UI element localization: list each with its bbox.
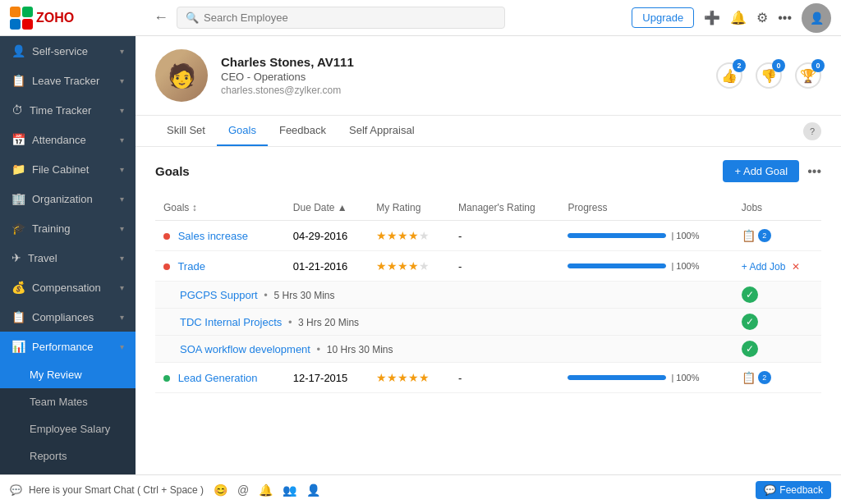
sidebar-item-attendance[interactable]: 📅Attendance ▾ [0,125,136,154]
logo: ZOHO [10,7,145,30]
main-layout: 👤Self-service ▾ 📋Leave Tracker ▾ ⏱Time T… [0,36,841,474]
compensation-icon: 💰 [11,281,25,294]
more-options-goals-icon[interactable]: ••• [807,164,821,179]
check-icon-pgcps: ✓ [742,286,758,303]
manager-rating-trade: - [450,251,559,282]
time-tracker-icon: ⏱ [11,103,23,117]
header-my-rating: My Rating [368,195,450,221]
person-icon[interactable]: 👤 [306,483,320,497]
performance-submenu: My Review Team Mates Employee Salary Rep… [0,361,136,474]
topbar: ZOHO ← 🔍 Upgrade ➕ 🔔 ⚙ ••• 👤 [0,0,841,36]
sidebar-item-performance[interactable]: 📊Performance ▾ [0,332,136,361]
badge-trophy: 0 🏆 [795,62,821,89]
remove-job-button[interactable]: ✕ [792,261,800,273]
training-icon: 🎓 [11,222,25,235]
sidebar-item-training[interactable]: 🎓Training ▾ [0,213,136,243]
profile-name: Charles Stones, AV111 [221,55,703,69]
goal-link-trade[interactable]: Trade [177,260,205,273]
subrow-pgcps: PGCPS Support • 5 Hrs 30 Mins ✓ [155,282,821,309]
trophy-count: 0 [811,59,825,72]
profile-info: Charles Stones, AV111 CEO - Operations c… [221,55,703,96]
tabs-bar: Skill Set Goals Feedback Self Appraisal … [136,116,841,147]
subrow-dot-tdc: • [288,316,292,328]
sidebar-item-my-review[interactable]: My Review [0,361,136,388]
goal-link-sales[interactable]: Sales increase [178,230,248,242]
jobs-icon-lead[interactable]: 📋 2 [742,371,813,384]
people-icon[interactable]: 👥 [283,483,296,497]
smiley-icon[interactable]: 😊 [214,483,227,497]
help-icon[interactable]: ? [803,122,821,140]
rating-lead: ★★★★★ [368,363,450,393]
jobs-sales: 📋 2 [733,221,821,251]
subrow-time-pgcps: 5 Hrs 30 Mins [273,290,334,301]
subrow-dot-soa: • [317,343,321,355]
add-goal-button[interactable]: + Add Goal [723,160,799,182]
header-goals[interactable]: Goals ↕ [155,195,285,221]
goals-header-right: + Add Goal ••• [723,160,821,182]
search-input[interactable] [204,11,496,24]
sidebar-label-training: Training [32,222,70,235]
sidebar-label-attendance: Attendance [32,134,86,146]
at-icon[interactable]: @ [237,483,249,497]
add-job-link[interactable]: + Add Job [742,261,786,273]
more-options-icon[interactable]: ••• [778,11,792,25]
sidebar-item-travel[interactable]: ✈Travel ▾ [0,243,136,273]
subrow-check-soa: ✓ [733,336,821,363]
thumbs-down-circle: 0 👎 [756,62,782,89]
chevron-performance: ▾ [120,342,124,351]
sidebar-item-teammates[interactable]: Team Mates [0,388,136,415]
table-body: Sales increase 04-29-2016 ★★★★★ - | 100% [155,221,821,393]
alert-icon[interactable]: 🔔 [259,483,273,497]
back-button[interactable]: ← [154,9,168,26]
tab-skill-set[interactable]: Skill Set [155,116,217,146]
chevron-organization: ▾ [120,195,124,204]
subrow-link-pgcps[interactable]: PGCPS Support [163,289,258,301]
table-row: Lead Generation 12-17-2015 ★★★★★ - | 100… [155,363,821,393]
self-service-icon: 👤 [11,44,25,57]
manager-rating-lead: - [450,363,559,393]
sidebar-item-organization[interactable]: 🏢Organization ▾ [0,184,136,213]
sidebar-item-file-cabinet[interactable]: 📁File Cabinet ▾ [0,154,136,184]
sidebar-item-employee-salary[interactable]: Employee Salary [0,415,136,442]
add-icon[interactable]: ➕ [704,10,720,25]
notifications-icon[interactable]: 🔔 [730,10,747,25]
dot-red-sales [163,233,170,240]
goal-name-trade: Trade [155,251,285,282]
table-header: Goals ↕ Due Date ▲ My Rating Manager's R… [155,195,821,221]
sidebar-item-reports[interactable]: Reports [0,442,136,470]
tab-goals[interactable]: Goals [217,116,268,146]
profile-role: CEO - Operations [221,71,703,83]
header-progress: Progress [559,195,733,221]
feedback-button[interactable]: 💬 Feedback [756,481,831,499]
progress-sales: | 100% [559,221,733,251]
tab-feedback[interactable]: Feedback [268,116,338,146]
sidebar-label-time-tracker: Time Tracker [30,104,91,117]
jobs-icon-sales[interactable]: 📋 2 [742,229,813,242]
dot-red-trade [163,263,170,270]
settings-icon[interactable]: ⚙ [756,10,768,25]
goal-name-sales: Sales increase [155,221,285,251]
jobs-badge-lead: 2 [758,371,771,384]
upgrade-button[interactable]: Upgrade [632,7,694,28]
sidebar-item-time-tracker[interactable]: ⏱Time Tracker ▾ [0,95,136,125]
compliances-icon: 📋 [11,310,25,323]
subrow-tdc-content: TDC Internal Projects • 3 Hrs 20 Mins [155,309,733,336]
subrow-link-soa[interactable]: SOA workflow development [163,343,310,355]
header-manager-rating: Manager's Rating [450,195,559,221]
tab-self-appraisal[interactable]: Self Appraisal [338,116,426,146]
sidebar-item-self-service[interactable]: 👤Self-service ▾ [0,36,136,66]
subrow-link-tdc[interactable]: TDC Internal Projects [163,316,282,328]
sidebar-item-compliances[interactable]: 📋Compliances ▾ [0,302,136,332]
sidebar-item-leave-tracker[interactable]: 📋Leave Tracker ▾ [0,66,136,95]
goal-link-lead[interactable]: Lead Generation [178,372,258,384]
header-due-date[interactable]: Due Date ▲ [285,195,369,221]
chevron-leave-tracker: ▾ [120,76,124,85]
stars-sales: ★★★★★ [376,229,430,242]
badge-thumbs-up: 2 👍 [716,62,742,89]
sidebar-item-compensation[interactable]: 💰Compensation ▾ [0,273,136,302]
logo-cell-4 [22,19,33,30]
subrow-time-tdc: 3 Hrs 20 Mins [298,317,359,328]
user-avatar[interactable]: 👤 [802,3,831,33]
chevron-travel: ▾ [120,254,124,263]
subrow-time-soa: 10 Hrs 30 Mins [327,344,393,355]
